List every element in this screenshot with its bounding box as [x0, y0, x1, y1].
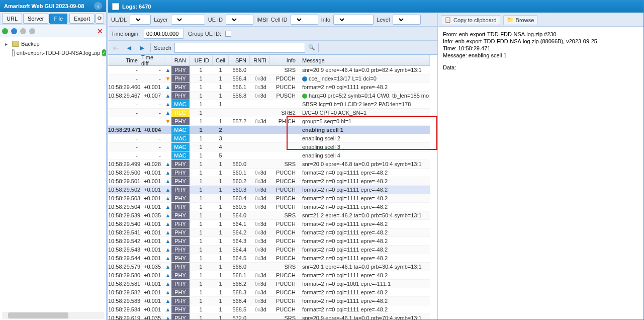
nav-back-far-icon[interactable]: ⇤ — [111, 43, 121, 53]
sidebar-scrollbar[interactable] — [2, 312, 104, 319]
uplink-icon: ▲ — [164, 83, 171, 91]
col-rnti[interactable]: RNTI — [250, 55, 270, 65]
export-button[interactable]: Export — [69, 14, 95, 24]
table-row[interactable]: --▲PHY11556.0SRSsnr=20.9 epre=-46.4 ta=0… — [108, 66, 430, 74]
table-row[interactable]: 10:58:29.579+0.035▲PHY11568.0SRSsnr=20.1… — [108, 263, 430, 271]
browse-button[interactable]: 📁 Browse — [503, 15, 538, 25]
col-msg[interactable]: Message — [299, 55, 430, 65]
time-origin-input[interactable] — [144, 29, 184, 39]
table-row[interactable]: 10:58:29.542+0.001▲PHY11564.30x3dPUCCHfo… — [108, 237, 430, 246]
table-row[interactable]: 10:58:29.504+0.001▲PHY11560.50x3dPUCCHfo… — [108, 203, 430, 211]
uplink-icon: ▲ — [164, 297, 171, 305]
table-row[interactable]: 10:58:29.543+0.001▲PHY11564.40x3dPUCCHfo… — [108, 246, 430, 254]
ok-badge-icon: ✓ — [102, 49, 106, 56]
file-icon — [12, 49, 15, 56]
table-row[interactable]: 10:58:29.501+0.001▲PHY11560.20x3dPUCCHfo… — [108, 177, 430, 186]
table-row[interactable]: --▲MAC11SBSR:lcg=0 b=0 LCID:2 len=2 PAD:… — [108, 100, 430, 109]
table-row[interactable]: 10:58:29.471+0.004MAC12enabling scell 1 — [108, 126, 430, 134]
col-ueid[interactable]: UE ID — [190, 55, 213, 65]
uplink-icon: ▲ — [164, 66, 171, 74]
table-row[interactable]: 10:58:29.541+0.001▲PHY11564.20x3dPUCCHfo… — [108, 228, 430, 237]
sidebar-status-toolbar: ✕ — [0, 25, 106, 37]
file-button[interactable]: File — [49, 14, 67, 24]
logs-icon — [112, 3, 119, 10]
uplink-icon: ▲ — [164, 109, 171, 117]
table-row[interactable]: --MAC13enabling scell 2 — [108, 134, 430, 143]
status-grey-icon[interactable] — [20, 28, 26, 34]
table-row[interactable]: 10:58:29.619+0.035▲PHY11572.0SRSsnr=20.9… — [108, 314, 430, 319]
tree-folder-backup[interactable]: ▸ Backup — [3, 39, 106, 48]
table-row[interactable]: 10:58:29.460+0.001▲PHY11556.10x3dPUCCHfo… — [108, 83, 430, 92]
table-row[interactable]: 10:58:29.544+0.001▲PHY11564.50x3dPUCCHfo… — [108, 254, 430, 263]
status-blue-icon[interactable] — [11, 28, 17, 34]
nav-back-icon[interactable]: ◄ — [124, 43, 134, 53]
main-header: Logs: 6470 — [108, 1, 643, 13]
detail-info-label: Info: — [443, 38, 453, 44]
uplink-icon: ▲ — [164, 194, 171, 202]
detail-data-label: Data: — [443, 64, 456, 70]
detail-time-label: Time: — [443, 45, 456, 51]
table-row[interactable]: --▲RLC1SRB2D/C=0 CPT=0 ACK_SN=1 — [108, 109, 430, 117]
table-row[interactable]: 10:58:29.499+0.028▲PHY11560.0SRSsnr=20.0… — [108, 160, 430, 169]
col-diff[interactable]: Time diff — [141, 55, 164, 65]
col-info[interactable]: Info — [270, 55, 299, 65]
uplink-icon: ▲ — [164, 220, 171, 228]
copy-clipboard-button[interactable]: 📋 Copy to clipboard — [441, 15, 500, 25]
table-row[interactable]: 10:58:29.581+0.001▲PHY11568.20x3dPUCCHfo… — [108, 280, 430, 288]
uplink-icon: ▲ — [164, 211, 171, 219]
refresh-icon[interactable]: ⟳ — [96, 14, 104, 24]
table-row[interactable]: --MAC15enabling scell 4 — [108, 151, 430, 160]
group-ueid-label: Group UE ID: — [188, 31, 221, 37]
grid-body[interactable]: --▲PHY11556.0SRSsnr=20.9 epre=-46.4 ta=0… — [108, 66, 430, 319]
status-grey2-icon[interactable] — [29, 28, 35, 34]
table-row[interactable]: 10:58:29.539+0.035▲PHY11564.0SRSsnr=21.2… — [108, 211, 430, 220]
col-time[interactable]: Time — [108, 55, 141, 65]
table-row[interactable]: 10:58:29.580+0.001▲PHY11568.10x3dPUCCHfo… — [108, 271, 430, 280]
tree-file-label: enb-export-TDD-FDD-NSA.log.zip — [17, 50, 100, 56]
table-row[interactable]: 10:58:29.582+0.001▲PHY11568.30x3dPUCCHfo… — [108, 288, 430, 297]
server-button[interactable]: Server — [23, 14, 48, 24]
search-label: Search — [154, 45, 171, 51]
info-select[interactable] — [333, 15, 374, 25]
ueid-select[interactable] — [226, 15, 253, 25]
uldl-label: UL/DL — [111, 17, 127, 23]
table-row[interactable]: --▼PHY11557.20x3dPHICHgroup=5 seq=0 hi=1 — [108, 117, 430, 126]
search-icon[interactable]: 🔍 — [308, 44, 315, 51]
search-input[interactable] — [174, 43, 305, 53]
table-row[interactable]: 10:58:29.502+0.001▲PHY11560.30x3dPUCCHfo… — [108, 186, 430, 194]
layer-select[interactable] — [171, 15, 205, 25]
level-select[interactable] — [393, 15, 421, 25]
tree-toggle-icon[interactable]: ▸ — [5, 41, 10, 47]
tree-file-item[interactable]: enb-export-TDD-FDD-NSA.log.zip ✓ — [3, 48, 106, 57]
table-row[interactable]: --▼PHY11556.40x3dPDCCHcce_index=13/17 L=… — [108, 74, 430, 83]
col-cell[interactable]: Cell — [213, 55, 229, 65]
uplink-icon: ▲ — [164, 314, 171, 319]
grid-header: Time Time diff RAN UE ID Cell SFN RNTI I… — [108, 55, 430, 66]
tree-folder-label: Backup — [21, 41, 40, 47]
url-button[interactable]: URL — [2, 14, 22, 24]
table-row[interactable]: 10:58:29.467+0.007▲PHY11556.80x3dPUSCHha… — [108, 92, 430, 100]
table-row[interactable]: 10:58:29.540+0.001▲PHY11564.10x3dPUCCHfo… — [108, 220, 430, 228]
cellid-select[interactable] — [291, 15, 318, 25]
uplink-icon: ▲ — [164, 160, 171, 168]
copy-icon: 📋 — [444, 17, 451, 23]
detail-from-label: From: — [443, 31, 457, 37]
table-row[interactable]: 10:58:29.584+0.001▲PHY11568.50x3dPUCCHfo… — [108, 305, 430, 314]
detail-from-value: enb-export-TDD-FDD-NSA.log.zip #230 — [459, 31, 557, 37]
table-row[interactable]: 10:58:29.503+0.001▲PHY11560.40x3dPUCCHfo… — [108, 194, 430, 203]
col-dir[interactable] — [164, 55, 171, 65]
uplink-icon: ▲ — [164, 305, 171, 313]
uldl-select[interactable] — [130, 15, 151, 25]
close-icon[interactable]: ✕ — [96, 27, 104, 35]
col-ran[interactable]: RAN — [171, 55, 190, 65]
table-row[interactable]: 10:58:29.500+0.001▲PHY11560.10x3dPUCCHfo… — [108, 169, 430, 177]
nav-forward-icon[interactable]: ► — [137, 43, 147, 53]
table-row[interactable]: 10:58:29.583+0.001▲PHY11568.40x3dPUCCHfo… — [108, 297, 430, 305]
group-ueid-checkbox[interactable] — [225, 31, 231, 37]
col-sfn[interactable]: SFN — [229, 55, 250, 65]
uplink-icon: ▲ — [164, 271, 171, 279]
table-row[interactable]: --MAC14enabling scell 3 — [108, 143, 430, 151]
collapse-sidebar-icon[interactable]: ‹ — [94, 2, 102, 10]
main-title: Logs: 6470 — [122, 4, 151, 10]
status-green-icon[interactable] — [2, 28, 8, 34]
